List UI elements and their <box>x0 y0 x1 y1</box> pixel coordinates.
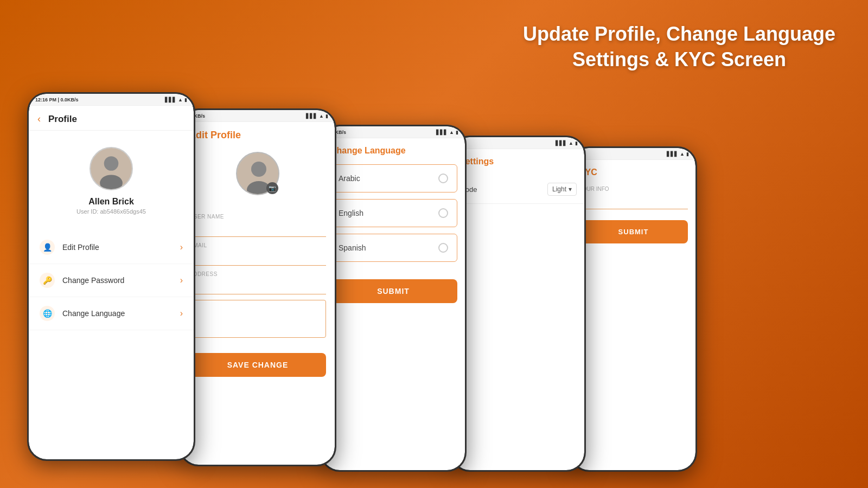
settings-title: Settings <box>452 149 584 175</box>
page-title: Update Profile, Change Language Settings… <box>523 22 835 73</box>
email-label: EMAIL <box>189 242 326 248</box>
chevron-icon-3: › <box>180 309 183 318</box>
kyc-title: KYC <box>571 160 695 186</box>
battery-icon-4: ▮ <box>575 140 578 146</box>
save-change-button[interactable]: SAVE CHANGE <box>189 353 326 377</box>
address-input[interactable] <box>189 279 326 294</box>
phone-change-language: 0.2KB/s ▋▋▋ ▲ ▮ Change Language Arabic E… <box>320 125 467 472</box>
edit-profile-title: Edit Profile <box>181 122 335 146</box>
phone-settings: ▋▋▋ ▲ ▮ Settings Mode Light ▾ <box>450 136 586 472</box>
address-label: ADDRESS <box>189 271 326 277</box>
profile-title: Profile <box>48 114 77 125</box>
mode-value: Light <box>552 185 566 193</box>
battery-icon-2: ▮ <box>326 113 328 119</box>
wifi-icon-5: ▲ <box>680 151 685 157</box>
language-submit-button[interactable]: SUBMIT <box>329 279 457 303</box>
your-info-label: YOUR INFO <box>579 186 688 192</box>
battery-icon: ▮ <box>184 97 187 102</box>
wifi-icon: ▲ <box>178 97 183 102</box>
edit-profile-icon: 👤 <box>40 240 55 255</box>
profile-avatar-section: Allen Brick User ID: ab5486x65dgs45 <box>29 131 194 226</box>
profile-menu: 👤 Edit Profile › 🔑 Change Password › 🌐 C… <box>29 226 194 336</box>
phone-profile: 12:16 PM | 0.0KB/s ▋▋▋ ▲ ▮ ‹ Profile <box>27 92 195 461</box>
status-bar-2: 0.1KB/s ▋▋▋ ▲ ▮ <box>181 110 335 122</box>
chevron-icon-2: › <box>180 275 183 285</box>
user-id: User ID: ab5486x65dgs45 <box>76 208 146 215</box>
status-bar-5: ▋▋▋ ▲ ▮ <box>571 148 695 160</box>
change-language-icon: 🌐 <box>40 306 55 321</box>
language-option-english[interactable]: English <box>329 199 457 227</box>
wifi-icon-2: ▲ <box>319 113 324 119</box>
signal-icon-2: ▋▋▋ <box>306 113 317 119</box>
status-bar-1: 12:16 PM | 0.0KB/s ▋▋▋ ▲ ▮ <box>29 94 194 106</box>
signal-icon-4: ▋▋▋ <box>556 140 567 146</box>
language-option-arabic[interactable]: Arabic <box>329 164 457 192</box>
profile-header: ‹ Profile <box>29 106 194 131</box>
change-language-title: Change Language <box>322 138 465 164</box>
signal-icon: ▋▋▋ <box>165 97 176 102</box>
radio-arabic[interactable] <box>438 174 448 183</box>
change-password-icon: 🔑 <box>40 273 55 288</box>
change-password-label: Change Password <box>62 276 180 285</box>
menu-item-change-password[interactable]: 🔑 Change Password › <box>29 264 194 297</box>
edit-profile-form: USER NAME EMAIL ADDRESS <box>181 204 335 344</box>
language-option-spanish[interactable]: Spanish <box>329 234 457 262</box>
battery-icon-3: ▮ <box>456 130 458 135</box>
menu-item-change-language[interactable]: 🌐 Change Language › <box>29 297 194 330</box>
status-bar-4: ▋▋▋ ▲ ▮ <box>452 137 584 149</box>
mode-dropdown[interactable]: Light ▾ <box>547 183 577 196</box>
dropdown-arrow: ▾ <box>569 185 572 193</box>
wifi-icon-4: ▲ <box>569 140 573 146</box>
phones-container: 12:16 PM | 0.0KB/s ▋▋▋ ▲ ▮ ‹ Profile <box>27 92 697 472</box>
wifi-icon-3: ▲ <box>449 130 454 135</box>
back-icon[interactable]: ‹ <box>37 113 41 125</box>
chevron-icon: › <box>180 242 183 252</box>
username-input[interactable] <box>189 222 326 237</box>
change-language-label: Change Language <box>62 309 180 318</box>
radio-spanish[interactable] <box>438 243 448 253</box>
menu-item-edit-profile[interactable]: 👤 Edit Profile › <box>29 231 194 264</box>
edit-profile-label: Edit Profile <box>62 243 180 252</box>
bio-textarea[interactable] <box>189 300 326 338</box>
phone-kyc: ▋▋▋ ▲ ▮ KYC YOUR INFO SUBMIT <box>570 146 697 472</box>
your-info-input[interactable] <box>579 194 688 209</box>
email-input[interactable] <box>189 251 326 266</box>
avatar <box>90 147 133 190</box>
status-bar-3: 0.2KB/s ▋▋▋ ▲ ▮ <box>322 126 465 138</box>
camera-icon[interactable]: 📷 <box>266 182 278 194</box>
phone-edit-profile: 0.1KB/s ▋▋▋ ▲ ▮ Edit Profile <box>179 108 336 466</box>
edit-profile-avatar: 📷 <box>181 146 335 204</box>
signal-icon-3: ▋▋▋ <box>436 130 448 135</box>
avatar-wrapper: 📷 <box>236 152 279 195</box>
settings-mode-row: Mode Light ▾ <box>452 175 584 204</box>
battery-icon-5: ▮ <box>686 151 689 157</box>
signal-icon-5: ▋▋▋ <box>667 151 678 157</box>
kyc-submit-button[interactable]: SUBMIT <box>579 220 688 243</box>
svg-point-4 <box>251 162 266 177</box>
radio-english[interactable] <box>438 208 448 218</box>
svg-point-1 <box>104 156 119 171</box>
user-name: Allen Brick <box>88 197 134 207</box>
username-label: USER NAME <box>189 214 326 220</box>
